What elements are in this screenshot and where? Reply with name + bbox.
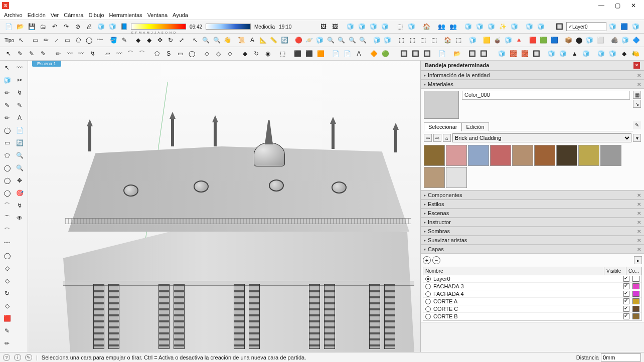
toolbar-button[interactable]: ▱ bbox=[102, 48, 113, 59]
material-swatch[interactable] bbox=[424, 145, 445, 166]
side-tool-button[interactable]: ✏ bbox=[1, 87, 13, 99]
toolbar-button[interactable]: ◯ bbox=[84, 35, 94, 46]
toolbar-button[interactable]: ✏ bbox=[53, 48, 64, 59]
toolbar-button[interactable]: 🧊 bbox=[546, 48, 557, 59]
toolbar-button[interactable]: ⌒ bbox=[125, 48, 136, 59]
pin-icon[interactable]: ✕ bbox=[637, 247, 641, 252]
material-category-select[interactable]: Brick and Cladding bbox=[452, 133, 631, 142]
layer-visible-checkbox[interactable] bbox=[623, 276, 629, 282]
toolbar-button[interactable]: ⊘ bbox=[72, 21, 83, 32]
col-color[interactable]: Co... bbox=[626, 267, 641, 275]
toolbar-button[interactable]: ◯ bbox=[186, 48, 197, 59]
side-tool-button[interactable]: ✎ bbox=[1, 99, 13, 111]
panel-instructor[interactable]: Instructor✕ bbox=[421, 218, 644, 227]
toolbar-button[interactable]: ▭ bbox=[175, 48, 186, 59]
eyedropper-icon[interactable]: ✎ bbox=[633, 121, 641, 129]
material-swatch[interactable] bbox=[490, 145, 511, 166]
toolbar-button[interactable]: A bbox=[354, 48, 365, 59]
layer-color-chip[interactable] bbox=[632, 276, 639, 282]
toolbar-button[interactable]: 🧊 bbox=[596, 48, 607, 59]
toolbar-button[interactable]: ↷ bbox=[61, 21, 72, 32]
toolbar-button[interactable]: 🧊 bbox=[368, 21, 379, 32]
toolbar-button[interactable]: ✥ bbox=[155, 35, 165, 46]
layer-row[interactable]: CORTE B bbox=[423, 313, 641, 320]
toolbar-button[interactable]: 📂 bbox=[15, 21, 26, 32]
panel-layers[interactable]: Capas✕ bbox=[421, 245, 644, 254]
col-name[interactable]: Nombre bbox=[423, 267, 604, 275]
side-tool-button[interactable]: ↯ bbox=[14, 200, 26, 212]
panel-styles[interactable]: Estilos✕ bbox=[421, 200, 644, 209]
panel-entity-info[interactable]: Información de la entidad✕ bbox=[421, 71, 644, 80]
layer-active-radio[interactable] bbox=[425, 284, 431, 289]
panel-scenes[interactable]: Escenas✕ bbox=[421, 209, 644, 218]
menu-ventana[interactable]: Ventana bbox=[147, 12, 168, 19]
material-preview[interactable] bbox=[424, 91, 459, 119]
col-visible[interactable]: Visible bbox=[604, 267, 626, 275]
info-icon[interactable]: i bbox=[14, 354, 21, 361]
pin-icon[interactable]: ✕ bbox=[637, 211, 641, 216]
menu-edición[interactable]: Edición bbox=[28, 12, 46, 19]
toolbar-button[interactable]: 🧊 bbox=[581, 48, 592, 59]
toolbar-button[interactable]: ⬚ bbox=[418, 35, 428, 46]
toolbar-button[interactable]: 〰 bbox=[94, 35, 104, 46]
close-button[interactable]: ✕ bbox=[630, 2, 637, 9]
toolbar-button[interactable]: 🔴 bbox=[293, 35, 303, 46]
toolbar-button[interactable]: 🧊 bbox=[95, 21, 106, 32]
toolbar-button[interactable]: ⬚ bbox=[407, 35, 417, 46]
help-icon[interactable]: ? bbox=[3, 354, 10, 361]
side-tool-button[interactable]: 🔍 bbox=[14, 149, 26, 161]
toolbar-button[interactable]: ✎ bbox=[15, 48, 26, 59]
layer-menu-icon[interactable]: ▸ bbox=[634, 256, 642, 264]
layer-row[interactable]: CORTE A bbox=[423, 298, 641, 305]
layer-visible-checkbox[interactable] bbox=[623, 298, 629, 304]
toolbar-button[interactable]: ◆ bbox=[144, 35, 154, 46]
geo-icon[interactable]: ✎ bbox=[25, 354, 32, 361]
back-icon[interactable]: ⇦ bbox=[424, 134, 432, 142]
toolbar-button[interactable]: ◇ bbox=[201, 48, 212, 59]
material-swatch[interactable] bbox=[556, 145, 577, 166]
toolbar-button[interactable]: 📄 bbox=[331, 48, 342, 59]
side-tool-button[interactable]: ✎ bbox=[14, 99, 26, 111]
toolbar-button[interactable]: 🧊 bbox=[535, 21, 546, 32]
toolbar-button[interactable]: 🟥 bbox=[528, 35, 538, 46]
menu-herramientas[interactable]: Herramientas bbox=[109, 12, 142, 19]
toolbar-button[interactable]: 🟢 bbox=[380, 48, 391, 59]
home-icon[interactable]: ⌂ bbox=[443, 134, 451, 142]
scene-tab[interactable]: Escena 1 bbox=[32, 61, 61, 67]
material-swatch[interactable] bbox=[446, 145, 467, 166]
layer-visible-checkbox[interactable] bbox=[623, 306, 629, 312]
toolbar-button[interactable]: 🔲 bbox=[398, 48, 409, 59]
toolbar-button[interactable]: 〰 bbox=[76, 48, 87, 59]
layer-active-radio[interactable] bbox=[425, 276, 431, 282]
layer-active-radio[interactable] bbox=[425, 314, 431, 319]
toolbar-button[interactable]: ⟋ bbox=[52, 35, 62, 46]
material-swatch[interactable] bbox=[424, 167, 445, 188]
toolbar-button[interactable]: 〰 bbox=[114, 48, 125, 59]
toolbar-button[interactable]: 🪐 bbox=[304, 35, 314, 46]
toolbar-button[interactable]: ⬜ bbox=[595, 35, 605, 46]
side-tool-button[interactable]: 〰 bbox=[1, 237, 13, 249]
layer-row[interactable]: CORTE C bbox=[423, 305, 641, 313]
toolbar-button[interactable]: 🔍 bbox=[212, 35, 222, 46]
toolbar-button[interactable]: ✎ bbox=[26, 48, 37, 59]
toolbar-button[interactable]: ⬛ bbox=[304, 48, 315, 59]
side-tool-button[interactable]: ⌒ bbox=[1, 212, 13, 224]
toolbar-button[interactable]: ⬠ bbox=[151, 48, 163, 59]
layer-color-chip[interactable] bbox=[632, 306, 639, 312]
pin-icon[interactable]: ✕ bbox=[637, 220, 641, 225]
side-tool-button[interactable]: ✏ bbox=[1, 112, 13, 124]
toolbar-button[interactable]: S bbox=[163, 48, 174, 59]
toolbar-button[interactable]: 🧊 bbox=[497, 48, 508, 59]
layer-active-radio[interactable] bbox=[425, 306, 431, 312]
toolbar-button[interactable]: 🔍 bbox=[358, 35, 368, 46]
toolbar-button[interactable]: 📄 bbox=[436, 48, 447, 59]
toolbar-button[interactable]: 🧊 bbox=[406, 21, 417, 32]
material-swatch[interactable] bbox=[578, 145, 599, 166]
toolbar-button[interactable]: 🧊 bbox=[372, 35, 382, 46]
side-tool-button[interactable]: ◇ bbox=[1, 300, 13, 312]
toolbar-button[interactable]: 🔲 bbox=[466, 48, 477, 59]
toolbar-button[interactable]: 🏠 bbox=[443, 35, 453, 46]
side-tool-button[interactable]: ◯ bbox=[1, 124, 13, 136]
layer-row[interactable]: FACHADA 4 bbox=[423, 290, 641, 298]
layer-row[interactable]: FACHADA 3 bbox=[423, 283, 641, 290]
